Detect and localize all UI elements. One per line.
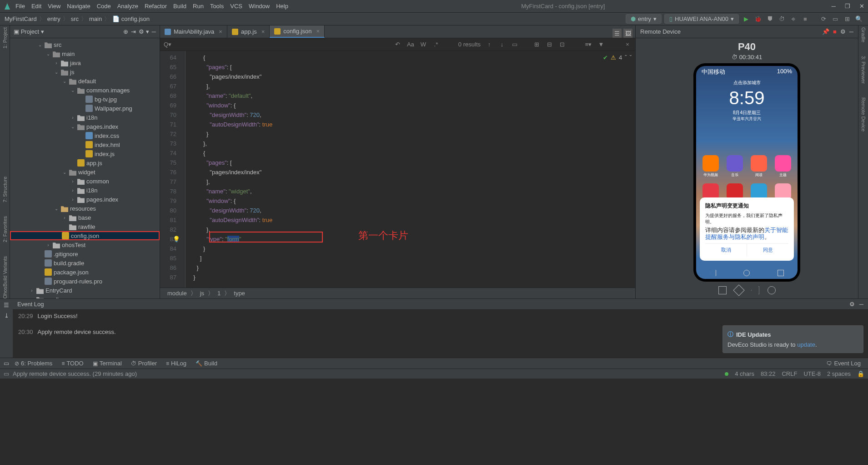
menu-window[interactable]: Window [249, 3, 270, 10]
tab-config[interactable]: config.json× [270, 25, 325, 38]
close-tab-icon[interactable]: × [219, 28, 222, 35]
settings-icon[interactable]: ⚙ [849, 301, 855, 308]
tree-file[interactable]: build.gradle [10, 258, 160, 268]
tree-folder[interactable]: ›common [10, 177, 160, 186]
back-icon[interactable] [751, 286, 759, 294]
menu-help[interactable]: Help [276, 3, 288, 10]
words-icon[interactable]: W [419, 40, 427, 49]
bottom-tab-problems[interactable]: ⊘ 6: Problems [11, 359, 56, 368]
toolwin-favorites[interactable]: 2: Favorites [2, 216, 8, 242]
filter-icon[interactable]: ≡▾ [584, 40, 592, 49]
avd-icon[interactable]: ▭ [831, 15, 840, 24]
bottom-tab-eventlog[interactable]: 🗨 Event Log [823, 359, 864, 368]
toolwin-previewer[interactable]: 3: Previewer [861, 56, 866, 84]
hide-icon[interactable]: ─ [859, 301, 863, 308]
tree-folder[interactable]: ›base [10, 213, 160, 222]
home-icon[interactable] [743, 270, 750, 276]
search-icon[interactable]: Q▾ [164, 41, 171, 48]
tree-folder[interactable]: ⌄js [10, 67, 160, 76]
breadcrumb[interactable]: entry [47, 15, 60, 22]
bottom-tab-hilog[interactable]: ≡ HiLog [162, 359, 190, 368]
record-icon[interactable]: ■ [833, 28, 837, 35]
device-selector[interactable]: ▯HUAWEI ANA-AN00 ▾ [664, 14, 739, 24]
tree-folder[interactable]: ⌄pages.index [10, 122, 160, 131]
tree-file[interactable]: index.css [10, 131, 160, 140]
toolwin-toggle-icon[interactable]: ▭ [4, 360, 9, 367]
menu-refactor[interactable]: Refactor [145, 3, 167, 10]
rotate-icon[interactable] [733, 284, 744, 296]
close-tab-icon[interactable]: × [261, 28, 265, 35]
sdk-icon[interactable]: ⊞ [843, 15, 852, 24]
menu-tools[interactable]: Tools [210, 3, 224, 10]
intention-bulb-icon[interactable]: 💡 [173, 234, 180, 244]
status-indent[interactable]: 2 spaces [827, 370, 851, 377]
close-icon[interactable]: ✕ [859, 3, 864, 10]
back-icon[interactable] [710, 270, 716, 276]
regex-icon[interactable]: .* [432, 40, 440, 49]
pin-icon[interactable]: 📌 [822, 28, 829, 35]
bottom-tab-build[interactable]: 🔨 Build [192, 359, 221, 368]
select-all-icon[interactable]: ▭ [511, 40, 519, 49]
maximize-icon[interactable]: ❐ [845, 3, 850, 10]
tree-folder[interactable]: rawfile [10, 222, 160, 231]
soft-wrap-icon[interactable]: ☰ [4, 302, 9, 308]
toolwin-gradle[interactable]: Gradle [861, 27, 866, 42]
minimize-icon[interactable]: ─ [832, 3, 836, 10]
tree-folder[interactable]: ⌄widget [10, 167, 160, 177]
toolwin-remote-device[interactable]: Remote Device [861, 97, 866, 131]
stop-icon[interactable]: ■ [801, 15, 810, 24]
run-config-selector[interactable]: ⬢entry ▾ [626, 14, 662, 24]
debug-icon[interactable]: 🐞 [753, 15, 763, 24]
tree-folder[interactable]: ›EntryCard [10, 286, 160, 295]
match-case-icon[interactable]: Aa [406, 40, 415, 49]
status-encoding[interactable]: UTE-8 [803, 370, 821, 377]
tree-folder[interactable]: ⌄common.images [10, 86, 160, 95]
inspections-widget[interactable]: ✔⚠4 ˆ ˇ [603, 53, 632, 62]
tree-folder[interactable]: ⌄default [10, 76, 160, 86]
phone-app-icon[interactable]: 华为视频 [702, 155, 720, 177]
hide-icon[interactable]: ─ [849, 28, 853, 35]
remove-selection-icon[interactable]: ⊟ [545, 40, 553, 49]
tree-file[interactable]: index.hml [10, 140, 160, 149]
tree-folder[interactable]: ›java [10, 58, 160, 67]
menu-code[interactable]: Code [97, 3, 111, 10]
bottom-tab-terminal[interactable]: ▣ Terminal [89, 359, 125, 368]
profile-icon[interactable]: ⏱ [777, 15, 786, 24]
phone-app-icon[interactable]: 音乐 [726, 155, 744, 177]
breadcrumb[interactable]: 📄 config.json [112, 15, 150, 22]
tree-file[interactable]: index.js [10, 149, 160, 158]
tab-appjs[interactable]: app.js× [227, 25, 270, 38]
tree-folder[interactable]: ⌄main [10, 49, 160, 58]
down-icon[interactable]: ↓ [498, 40, 506, 49]
toolwin-quick-icon[interactable]: ▭ [4, 370, 9, 377]
phone-app-icon[interactable]: 阅读 [750, 155, 768, 177]
tree-file[interactable]: .gitignore [10, 249, 160, 258]
dialog-ok-button[interactable]: 同意 [747, 244, 788, 256]
code-breadcrumbs[interactable]: module〉 js〉 1〉 type [160, 288, 635, 298]
scroll-to-end-icon[interactable]: ⤓ [4, 312, 9, 319]
screenshot-icon[interactable] [718, 286, 727, 294]
tree-file[interactable]: Wallpaper.png [10, 104, 160, 113]
tree-folder[interactable]: ›i18n [10, 186, 160, 195]
sync-icon[interactable]: ⟳ [819, 15, 828, 24]
tab-mainability[interactable]: MainAbility.java× [160, 25, 227, 38]
settings-icon[interactable]: ⚙ ▾ [139, 28, 149, 35]
fold-gutter[interactable] [179, 51, 186, 288]
phone-screen[interactable]: 中国移动100% 点击添加城市 8:59 8月4日星期三 辛丑年六月廿六 华为视… [696, 66, 798, 279]
recent-icon[interactable] [778, 270, 784, 276]
tree-folder[interactable]: ›gradle [10, 295, 160, 298]
dialog-cancel-button[interactable]: 取消 [705, 244, 747, 256]
menu-analyze[interactable]: Analyze [117, 3, 138, 10]
select-all-occ-icon[interactable]: ⊡ [558, 40, 566, 49]
status-line-ending[interactable]: CRLF [782, 370, 797, 377]
image-view-icon[interactable]: 🖼 [623, 29, 632, 38]
toolwin-structure[interactable]: 7: Structure [2, 177, 8, 202]
close-findbar-icon[interactable]: × [623, 40, 632, 49]
add-selection-icon[interactable]: ⊞ [532, 40, 541, 49]
settings-icon[interactable]: ⚙ [840, 28, 846, 35]
project-tree[interactable]: ⌄src ⌄main ›java ⌄js ⌄default ⌄common.im… [10, 38, 160, 298]
tree-file[interactable]: proguard-rules.pro [10, 277, 160, 286]
tree-file[interactable]: package.json [10, 268, 160, 277]
update-link[interactable]: update [797, 341, 815, 348]
coverage-icon[interactable]: ⛊ [765, 15, 774, 24]
